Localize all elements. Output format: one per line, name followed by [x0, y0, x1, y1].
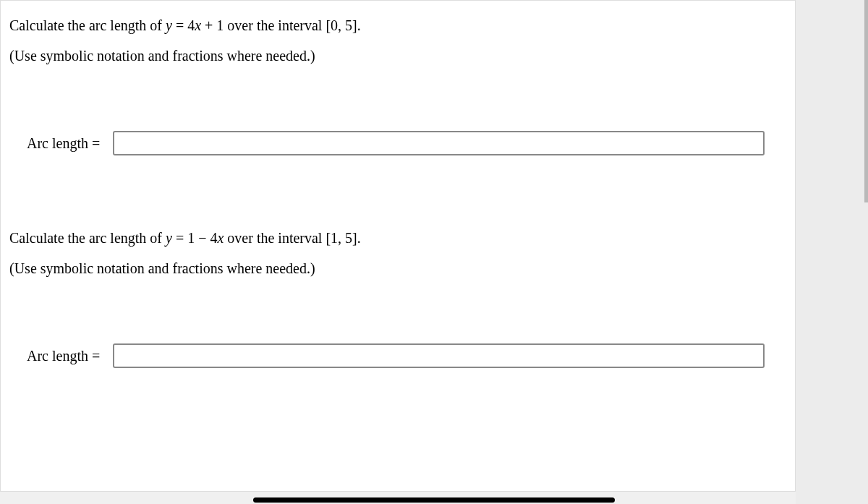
question-2-answer-input[interactable]	[113, 343, 765, 368]
q1-text-pre: Calculate the arc length of	[9, 17, 166, 33]
question-2-prompt: Calculate the arc length of y = 1 − 4x o…	[9, 228, 786, 248]
question-1-answer-row: Arc length =	[9, 131, 786, 155]
question-1-hint: (Use symbolic notation and fractions whe…	[9, 46, 786, 66]
question-1: Calculate the arc length of y = 4x + 1 o…	[1, 1, 795, 213]
content-page: Calculate the arc length of y = 4x + 1 o…	[0, 0, 796, 492]
question-1-answer-label: Arc length =	[27, 135, 100, 152]
horizontal-scrollbar[interactable]	[253, 497, 615, 503]
q2-text-pre: Calculate the arc length of	[9, 230, 166, 246]
vertical-scrollbar[interactable]	[864, 0, 868, 202]
q2-var-y: y	[166, 230, 172, 246]
q1-var-x: x	[195, 17, 201, 33]
question-2-answer-label: Arc length =	[27, 348, 100, 364]
question-2-hint: (Use symbolic notation and fractions whe…	[9, 258, 786, 278]
q1-text-post: + 1 over the interval [0, 5].	[201, 17, 361, 33]
question-2: Calculate the arc length of y = 1 − 4x o…	[1, 213, 795, 426]
question-2-answer-row: Arc length =	[9, 343, 786, 368]
q1-eq: = 4	[172, 17, 195, 33]
q2-eq: = 1 − 4	[172, 230, 218, 246]
q2-text-post: over the interval [1, 5].	[224, 230, 360, 246]
question-1-answer-input[interactable]	[113, 131, 765, 155]
question-1-prompt: Calculate the arc length of y = 4x + 1 o…	[9, 15, 786, 35]
q1-var-y: y	[166, 17, 172, 33]
right-gutter	[796, 0, 868, 504]
horizontal-scrollbar-track	[0, 498, 868, 504]
